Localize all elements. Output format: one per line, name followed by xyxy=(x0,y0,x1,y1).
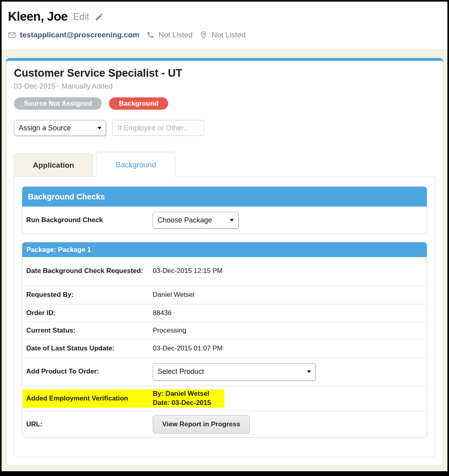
assign-source-select[interactable]: Assign a Source xyxy=(14,120,106,136)
table-row: Current Status: Processing xyxy=(22,322,427,339)
run-background-check-label: Run Background Check xyxy=(26,216,153,224)
added-date-line: Date: 03-Dec-2015 xyxy=(153,399,211,408)
background-checks-table: Background Checks Run Background Check C… xyxy=(22,186,427,234)
row-label: URL: xyxy=(26,420,153,429)
applicant-header: Kleen, Joe Edit testapplicant@proscreeni… xyxy=(2,2,447,49)
add-product-row: Add Product To Order: Select Product xyxy=(22,357,427,386)
row-label: Current Status: xyxy=(26,326,153,335)
select-product-select[interactable]: Select Product xyxy=(153,363,316,381)
envelope-icon xyxy=(8,31,16,39)
table-row: Date of Last Status Update: 03-Dec-2015 … xyxy=(22,339,427,357)
tab-application[interactable]: Application xyxy=(14,153,93,176)
applicant-name: Kleen, Joe xyxy=(8,10,68,24)
table-row: Date Background Check Requested: 03-Dec-… xyxy=(22,257,427,285)
added-employment-verification-row: Added Employment Verification By: Daniel… xyxy=(22,386,427,411)
source-other-input[interactable] xyxy=(113,120,204,136)
caret-down-icon xyxy=(307,370,311,373)
row-label: Date of Last Status Update: xyxy=(26,344,153,353)
applicant-phone: Not Listed xyxy=(158,31,192,39)
content-section: Customer Service Specialist - UT 03-Dec-… xyxy=(2,49,447,471)
job-meta: 03-Dec-2015 - Manually Added xyxy=(14,82,435,91)
view-report-button[interactable]: View Report in Progress xyxy=(153,415,250,433)
pencil-icon[interactable] xyxy=(95,12,104,21)
row-label: Date Background Check Requested: xyxy=(26,267,153,275)
assign-source-value: Assign a Source xyxy=(19,124,71,132)
background-tab-panel: Background Checks Run Background Check C… xyxy=(14,176,435,457)
job-type-pill: Background xyxy=(109,97,168,110)
table-row: Order ID: 88436 xyxy=(22,304,427,322)
applicant-email[interactable]: testapplicant@proscreening.com xyxy=(20,31,139,39)
background-checks-header: Background Checks xyxy=(22,187,427,207)
package-header: Package: Package 1 xyxy=(22,242,427,257)
edit-link[interactable]: Edit xyxy=(73,12,89,22)
row-value: By: Daniel Wetsel Date: 03-Dec-2015 xyxy=(153,389,211,408)
caret-down-icon xyxy=(97,127,101,130)
added-by-line: By: Daniel Wetsel xyxy=(153,389,211,399)
job-card: Customer Service Specialist - UT 03-Dec-… xyxy=(6,58,443,466)
row-label: Order ID: xyxy=(26,309,153,317)
map-pin-icon xyxy=(200,31,208,39)
url-row: URL: View Report in Progress xyxy=(22,411,427,437)
source-status-pill: Source Not Assigned xyxy=(14,97,102,110)
package-table: Package: Package 1 Date Background Check… xyxy=(22,242,427,438)
row-value: 03-Dec-2015 01:07 PM xyxy=(153,344,223,353)
row-value: Daniel Wetsel xyxy=(153,290,194,300)
screenshot-frame: Kleen, Joe Edit testapplicant@proscreeni… xyxy=(0,0,449,476)
row-value: Processing xyxy=(153,326,186,335)
choose-package-value: Choose Package xyxy=(157,216,212,224)
row-value: 88436 xyxy=(153,309,171,318)
job-title: Customer Service Specialist - UT xyxy=(14,67,435,79)
caret-down-icon xyxy=(230,219,234,222)
tab-background[interactable]: Background xyxy=(96,152,175,177)
applicant-location: Not Listed xyxy=(212,31,246,39)
row-label: Requested By: xyxy=(26,290,153,299)
run-background-check-row: Run Background Check Choose Package xyxy=(22,207,427,234)
row-label: Add Product To Order: xyxy=(26,367,153,376)
row-label: Added Employment Verification xyxy=(26,394,153,403)
choose-package-select[interactable]: Choose Package xyxy=(153,212,239,228)
phone-icon xyxy=(146,31,154,39)
row-value: 03-Dec-2015 12:15 PM xyxy=(153,267,223,276)
table-row: Requested By: Daniel Wetsel xyxy=(22,285,427,304)
select-product-value: Select Product xyxy=(157,368,204,376)
tab-bar: Application Background xyxy=(14,152,435,176)
